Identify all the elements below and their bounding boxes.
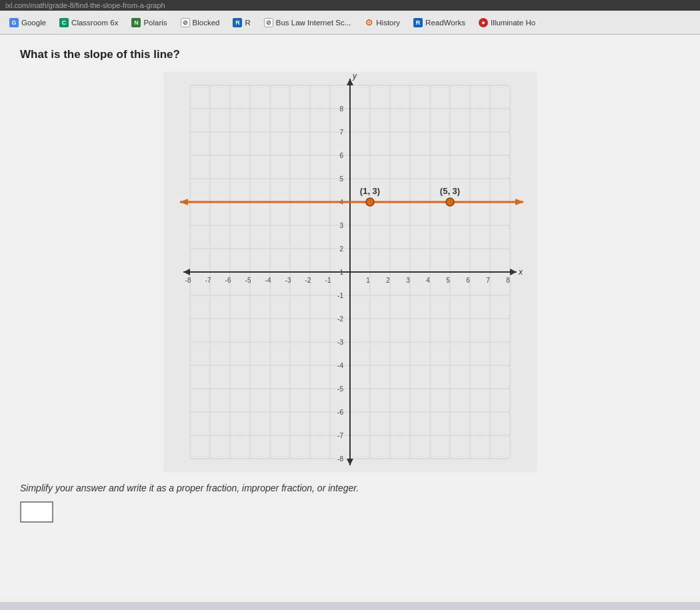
tab-blocked[interactable]: ⊘ Blocked: [175, 16, 225, 29]
svg-text:4: 4: [426, 277, 430, 284]
svg-text:7: 7: [486, 277, 490, 284]
tab-readworks[interactable]: R ReadWorks: [408, 16, 471, 29]
tab-illuminate[interactable]: ● Illuminate Ho: [473, 16, 541, 29]
svg-text:1: 1: [366, 277, 370, 284]
tab-classroom[interactable]: C Classroom 6x: [54, 16, 123, 29]
svg-text:-3: -3: [337, 339, 343, 346]
svg-text:-8: -8: [337, 455, 343, 463]
coordinate-graph: x y -8 -7 -6 -5 -4 -3 -2 -1 1 2 3 4 5 6 …: [163, 72, 537, 472]
svg-text:y: y: [352, 72, 357, 81]
svg-text:7: 7: [339, 129, 343, 136]
svg-text:(1, 3): (1, 3): [360, 186, 380, 196]
polaris-icon: N: [131, 18, 141, 27]
svg-text:5: 5: [339, 175, 343, 183]
tab-readworks-label: ReadWorks: [425, 19, 465, 27]
url-bar: ixl.com/math/grade-8/find-the-slope-from…: [0, 0, 700, 11]
svg-text:-2: -2: [305, 277, 311, 284]
tab-bus[interactable]: ⊘ Bus Law Internet Sc...: [259, 16, 357, 29]
svg-text:-7: -7: [337, 432, 343, 439]
google-icon: G: [9, 18, 19, 27]
tab-bus-label: Bus Law Internet Sc...: [276, 19, 351, 27]
tab-classroom-label: Classroom 6x: [71, 19, 118, 27]
svg-text:-7: -7: [205, 277, 211, 284]
answer-input[interactable]: [20, 501, 53, 523]
r-icon: R: [233, 18, 242, 27]
history-icon: ⊙: [364, 18, 373, 27]
svg-text:-4: -4: [265, 277, 271, 284]
svg-text:-4: -4: [337, 362, 343, 369]
tab-r[interactable]: R R: [227, 16, 255, 29]
svg-text:3: 3: [406, 277, 410, 284]
bus-icon: ⊘: [264, 18, 273, 27]
tab-blocked-label: Blocked: [193, 19, 220, 27]
svg-text:-8: -8: [185, 277, 191, 284]
instructions-text: Simplify your answer and write it as a p…: [20, 483, 680, 493]
svg-text:-1: -1: [325, 277, 331, 284]
classroom-icon: C: [59, 18, 69, 27]
svg-text:8: 8: [339, 105, 343, 113]
tab-polaris[interactable]: N Polaris: [126, 16, 172, 29]
svg-text:-3: -3: [285, 277, 291, 284]
tab-history[interactable]: ⊙ History: [359, 16, 405, 29]
content-area: What is the slope of this line?: [0, 35, 700, 602]
tab-google-label: Google: [21, 19, 46, 27]
graph-container: x y -8 -7 -6 -5 -4 -3 -2 -1 1 2 3 4 5 6 …: [20, 72, 680, 472]
readworks-icon: R: [413, 18, 423, 27]
svg-text:-1: -1: [337, 292, 343, 299]
svg-text:-5: -5: [245, 277, 251, 284]
svg-text:1: 1: [339, 269, 343, 276]
svg-text:(5, 3): (5, 3): [440, 186, 460, 196]
tab-r-label: R: [245, 19, 250, 27]
svg-text:6: 6: [466, 277, 470, 284]
svg-text:-6: -6: [337, 409, 343, 416]
svg-text:-5: -5: [337, 385, 343, 393]
question-text: What is the slope of this line?: [20, 48, 680, 61]
svg-point-79: [446, 198, 454, 206]
svg-text:5: 5: [446, 277, 450, 284]
svg-point-78: [366, 198, 374, 206]
tab-polaris-label: Polaris: [143, 19, 167, 27]
svg-text:8: 8: [506, 277, 510, 284]
svg-text:x: x: [518, 267, 523, 277]
svg-text:2: 2: [339, 245, 343, 253]
svg-text:-6: -6: [225, 277, 231, 284]
svg-text:3: 3: [339, 222, 343, 229]
svg-text:6: 6: [339, 152, 343, 159]
tab-history-label: History: [376, 19, 400, 27]
tab-illuminate-label: Illuminate Ho: [491, 19, 535, 27]
tab-google[interactable]: G Google: [4, 16, 51, 29]
url-text: ixl.com/math/grade-8/find-the-slope-from…: [5, 1, 165, 9]
tab-bar: G Google C Classroom 6x N Polaris ⊘ Bloc…: [0, 11, 700, 35]
svg-text:2: 2: [386, 277, 390, 284]
blocked-icon: ⊘: [181, 18, 190, 27]
illuminate-icon: ●: [479, 18, 488, 27]
svg-text:-2: -2: [337, 315, 343, 323]
